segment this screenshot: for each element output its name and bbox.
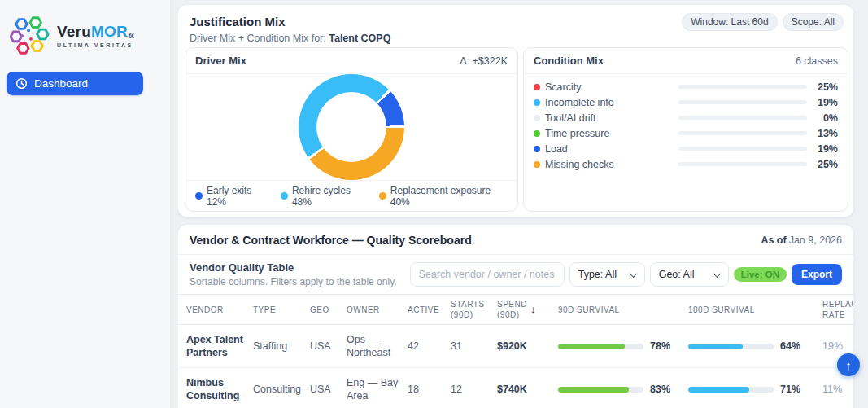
- column-header-replace-rate[interactable]: REPLACE RATE: [822, 299, 854, 320]
- brand-text: VeruMOR ULTIMA VERITAS: [57, 23, 133, 48]
- geo-filter-value: Geo: All: [659, 269, 695, 280]
- cell-spend-90d: $740K: [497, 383, 558, 396]
- live-toggle-badge[interactable]: Live: ON: [734, 267, 787, 282]
- condition-row: Tool/AI drift 0%: [534, 110, 838, 125]
- type-filter-select[interactable]: Type: All: [569, 262, 645, 287]
- legend-item: Replacement exposure 40%: [379, 185, 508, 208]
- sidebar: VeruMOR ULTIMA VERITAS « Dashboard: [0, 0, 171, 408]
- condition-mix-header: Condition Mix 6 classes: [524, 48, 848, 74]
- driver-mix-title: Driver Mix: [195, 55, 246, 67]
- condition-bar-track: [678, 131, 807, 135]
- legend-label: Early exits 12%: [207, 185, 271, 208]
- justification-subtitle: Driver Mix + Condition Mix for: Talent C…: [190, 33, 842, 44]
- table-row[interactable]: Nimbus Consulting Consulting USA Eng — B…: [178, 368, 853, 408]
- survival-bar-fill: [558, 344, 625, 349]
- chevron-down-icon: [629, 270, 637, 278]
- dashboard-clock-icon: [15, 77, 28, 90]
- condition-value: 0%: [807, 112, 838, 124]
- cell-geo: USA: [310, 383, 347, 396]
- condition-dot-icon: [534, 115, 540, 121]
- driver-mix-delta: Δ: +$322K: [460, 55, 508, 67]
- legend-item: Early exits 12%: [195, 185, 271, 208]
- survival-bar-fill: [688, 387, 749, 393]
- condition-bar-track: [678, 147, 807, 151]
- condition-bar-track: [678, 116, 807, 120]
- cell-geo: USA: [310, 340, 347, 353]
- survival-value: 71%: [780, 383, 800, 396]
- geo-filter-select[interactable]: Geo: All: [650, 262, 729, 287]
- cell-90d-survival: 78%: [558, 340, 688, 353]
- brand-name: VeruMOR: [57, 23, 133, 41]
- condition-mix-rows: Scarcity 25% Incomplete info 19% Tool/AI…: [524, 74, 848, 177]
- condition-dot-icon: [534, 146, 540, 152]
- legend-label: Replacement exposure 40%: [390, 185, 508, 208]
- cell-type: Consulting: [253, 383, 310, 396]
- cell-vendor: Nimbus Consulting: [186, 376, 253, 403]
- sort-descending-icon: ↓: [530, 303, 536, 317]
- cell-active: 42: [408, 340, 451, 353]
- cell-active: 18: [408, 383, 451, 396]
- legend-dot-icon: [379, 192, 386, 200]
- column-header-type[interactable]: TYPE: [253, 305, 310, 315]
- column-header-90d-survival[interactable]: 90D SURVIVAL: [558, 305, 688, 315]
- table-controls: Vendor Quality Table Sortable columns. F…: [178, 255, 853, 294]
- sidebar-item-dashboard[interactable]: Dashboard: [7, 72, 143, 95]
- condition-bar-track: [678, 162, 807, 166]
- column-header-geo[interactable]: GEO: [310, 305, 347, 315]
- condition-bar-track: [678, 100, 807, 104]
- filter-controls: Type: All Geo: All Live: ON Export: [410, 262, 842, 287]
- survival-bar-fill: [558, 387, 629, 393]
- condition-bar-track: [678, 85, 807, 89]
- condition-label: Tool/AI drift: [545, 112, 678, 124]
- brand-name-accent: MOR: [91, 23, 128, 40]
- condition-label: Time pressure: [545, 128, 678, 139]
- driver-mix-donut-chart: [299, 74, 404, 180]
- condition-row: Load 19%: [534, 141, 838, 156]
- sidebar-collapse-icon[interactable]: «: [128, 28, 134, 42]
- as-of-date: As ofJan 9, 2026: [761, 235, 842, 246]
- condition-row: Missing checks 25%: [534, 156, 838, 172]
- context-badges: Window: Last 60d Scope: All: [682, 13, 844, 31]
- column-header-spend-90d[interactable]: SPEND (90D) ↓: [497, 299, 558, 320]
- export-button[interactable]: Export: [792, 264, 842, 285]
- scoreboard-header: Vendor & Contract Workforce — Quality Sc…: [178, 225, 853, 255]
- legend-item: Rehire cycles 48%: [281, 185, 369, 208]
- column-header-180d-survival[interactable]: 180D SURVIVAL: [688, 305, 822, 315]
- cell-starts-90d: 31: [451, 340, 497, 353]
- scroll-to-top-button[interactable]: ↑: [837, 353, 860, 376]
- table-body: Apex Talent Partners Staffing USA Ops — …: [178, 325, 853, 408]
- cell-starts-90d: 12: [451, 383, 497, 396]
- survival-bar-track: [558, 344, 643, 349]
- condition-label: Missing checks: [545, 159, 678, 170]
- column-header-starts-90d[interactable]: STARTS (90D): [451, 299, 497, 320]
- table-subtitle: Sortable columns. Filters apply to the t…: [190, 276, 397, 287]
- column-header-vendor[interactable]: VENDOR: [186, 305, 253, 315]
- table-title-block: Vendor Quality Table Sortable columns. F…: [190, 261, 397, 287]
- column-header-active[interactable]: ACTIVE: [408, 305, 451, 315]
- cell-90d-survival: 83%: [558, 383, 688, 396]
- table-row[interactable]: Apex Talent Partners Staffing USA Ops — …: [178, 325, 853, 368]
- survival-bar-track: [688, 387, 774, 393]
- driver-mix-panel: Driver Mix Δ: +$322K Early exits 12% Reh…: [185, 47, 518, 212]
- legend-label: Rehire cycles 48%: [292, 185, 369, 208]
- condition-row: Scarcity 25%: [534, 79, 838, 94]
- scope-badge: Scope: All: [783, 13, 844, 31]
- search-input[interactable]: [410, 262, 565, 287]
- column-header-owner[interactable]: OWNER: [347, 305, 408, 315]
- brand: VeruMOR ULTIMA VERITAS: [10, 15, 133, 55]
- condition-label: Scarcity: [545, 81, 678, 93]
- app-window: VeruMOR ULTIMA VERITAS « Dashboard Justi…: [0, 0, 868, 408]
- condition-dot-icon: [534, 130, 540, 137]
- cell-owner: Ops — Northeast: [347, 333, 408, 360]
- condition-value: 25%: [807, 81, 838, 93]
- brand-tagline: ULTIMA VERITAS: [57, 42, 133, 48]
- condition-value: 13%: [807, 128, 838, 139]
- legend-dot-icon: [281, 192, 288, 200]
- justification-subtitle-strong: Talent COPQ: [329, 33, 390, 44]
- condition-dot-icon: [534, 99, 540, 106]
- cell-type: Staffing: [253, 340, 310, 353]
- condition-label: Incomplete info: [545, 97, 678, 108]
- survival-value: 83%: [650, 383, 670, 396]
- as-of-label: As of: [761, 235, 786, 246]
- condition-mix-count: 6 classes: [796, 55, 838, 67]
